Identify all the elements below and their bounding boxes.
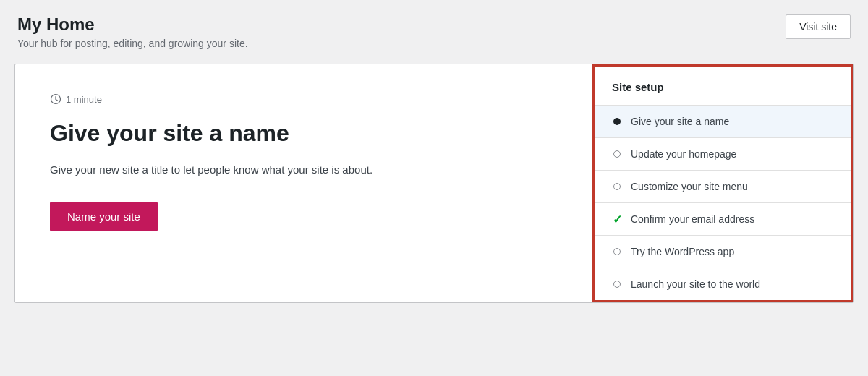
setup-item-label: Launch your site to the world [631, 278, 760, 290]
dot-empty-icon [613, 281, 621, 288]
setup-item-indicator [612, 149, 622, 159]
page-title: My Home [17, 14, 248, 35]
clock-icon [50, 93, 61, 105]
time-badge: 1 minute [50, 93, 557, 105]
page-header: My Home Your hub for posting, editing, a… [14, 14, 854, 49]
setup-item-label: Try the WordPress app [631, 246, 734, 257]
visit-site-button[interactable]: Visit site [786, 14, 851, 39]
left-panel: 1 minute Give your site a name Give your… [15, 64, 592, 302]
dot-empty-icon [613, 248, 621, 255]
name-site-button[interactable]: Name your site [50, 202, 158, 231]
setup-item-indicator [612, 279, 622, 289]
page-wrapper: My Home Your hub for posting, editing, a… [14, 14, 854, 303]
step-description: Give your new site a title to let people… [50, 161, 557, 179]
setup-items: Give your site a nameUpdate your homepag… [595, 106, 851, 300]
setup-item-indicator [612, 181, 622, 192]
dot-filled-icon [613, 118, 621, 125]
step-title: Give your site a name [50, 119, 557, 147]
header-title-group: My Home Your hub for posting, editing, a… [17, 14, 248, 49]
page-subtitle: Your hub for posting, editing, and growi… [17, 38, 248, 49]
setup-item-indicator [612, 247, 622, 257]
setup-item[interactable]: Try the WordPress app [595, 236, 851, 268]
setup-item[interactable]: Launch your site to the world [595, 268, 851, 300]
setup-item-label: Customize your site menu [631, 181, 748, 192]
setup-header: Site setup [595, 67, 851, 106]
setup-item[interactable]: ✓Confirm your email address [595, 203, 851, 236]
dot-empty-icon [613, 150, 621, 158]
setup-item[interactable]: Update your homepage [595, 138, 851, 171]
setup-item-indicator [612, 116, 622, 127]
setup-item-label: Give your site a name [631, 116, 729, 127]
setup-item[interactable]: Give your site a name [595, 106, 851, 138]
time-label: 1 minute [66, 94, 102, 105]
main-content: 1 minute Give your site a name Give your… [14, 64, 854, 303]
check-icon: ✓ [613, 213, 622, 226]
setup-item-label: Update your homepage [631, 148, 736, 160]
right-panel: Site setup Give your site a nameUpdate y… [592, 64, 853, 302]
setup-item-indicator: ✓ [612, 214, 622, 224]
dot-empty-icon [613, 183, 621, 190]
setup-item[interactable]: Customize your site menu [595, 171, 851, 203]
setup-item-label: Confirm your email address [631, 213, 754, 225]
